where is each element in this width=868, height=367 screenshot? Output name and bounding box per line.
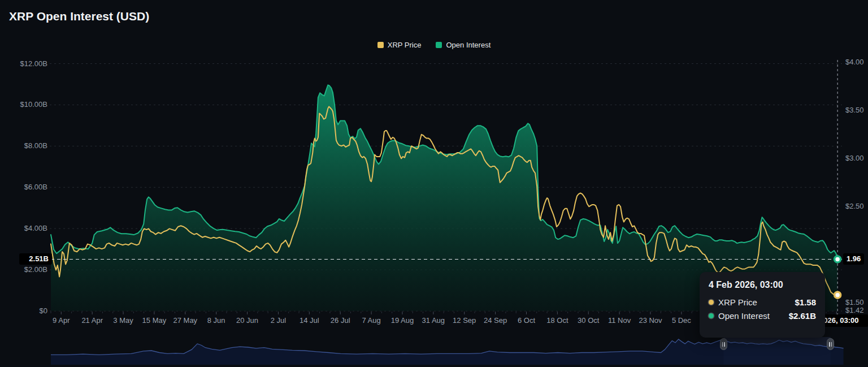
y-axis-left-tick: $12.00B <box>0 59 47 68</box>
x-axis-tick: 18 Oct <box>546 316 568 325</box>
x-axis-tick: 20 Jun <box>236 316 258 325</box>
xrp-price-dot-icon <box>709 300 714 305</box>
x-axis-tick: 31 Aug <box>422 316 445 325</box>
tooltip-label: XRP Price <box>718 297 757 307</box>
legend-item-open-interest[interactable]: Open Interest <box>436 41 491 49</box>
open-interest-dot-icon <box>709 313 714 318</box>
x-axis-tick: 11 Nov <box>608 316 631 325</box>
latest-oi-badge: 2.51B <box>19 253 52 265</box>
tooltip-label: Open Interest <box>718 311 770 321</box>
legend-label: Open Interest <box>446 41 491 49</box>
x-axis-tick: 30 Oct <box>578 316 599 325</box>
tooltip-value: $1.58 <box>795 297 816 307</box>
x-axis-tick: 27 May <box>173 316 197 325</box>
y-axis-right-tick: $2.50 <box>845 202 864 210</box>
y-axis-left-tick: $0 <box>0 306 47 315</box>
x-axis-tick: 14 Jul <box>300 316 319 325</box>
tooltip-date: 4 Feb 2026, 03:00 <box>709 280 816 290</box>
y-axis-left-tick: $2.00B <box>0 265 47 274</box>
tooltip-row-xrp-price: XRP Price $1.58 <box>709 297 816 307</box>
tooltip-value: $2.61B <box>789 311 816 321</box>
x-axis-tick: 24 Sep <box>484 316 507 325</box>
x-axis-tick: 5 Dec <box>672 316 691 325</box>
navigator-right-handle[interactable] <box>827 338 834 350</box>
y-axis-right-tick: $3.00 <box>845 154 864 162</box>
x-axis-tick: 7 Aug <box>362 316 380 325</box>
legend-label: XRP Price <box>388 41 422 49</box>
tooltip-row-open-interest: Open Interest $2.61B <box>709 311 816 321</box>
x-axis-tick: 2 Jul <box>271 316 286 325</box>
x-axis-tick: 15 May <box>142 316 167 325</box>
page-title: XRP Open Interest (USD) <box>9 10 149 23</box>
x-axis-tick: 26 Jul <box>331 316 350 325</box>
y-axis-left-tick: $8.00B <box>0 141 47 150</box>
x-axis-tick: 8 Jun <box>207 316 225 325</box>
y-axis-left-tick: $10.00B <box>0 100 47 109</box>
x-axis-tick: 3 May <box>113 316 133 325</box>
y-axis-right-tick: $4.00 <box>845 58 864 66</box>
legend-item-xrp-price[interactable]: XRP Price <box>377 41 422 49</box>
x-axis-tick: 12 Sep <box>453 316 476 325</box>
chart-legend: XRP Price Open Interest <box>0 41 868 49</box>
xrp-price-swatch-icon <box>377 42 384 48</box>
hover-tooltip: 4 Feb 2026, 03:00 XRP Price $1.58 Open I… <box>700 272 825 338</box>
x-axis-tick: 6 Oct <box>518 316 535 325</box>
y-axis-left-tick: $4.00B <box>0 224 47 232</box>
x-axis-tick: 19 Aug <box>391 316 414 325</box>
x-axis-tick: 9 Apr <box>53 316 70 325</box>
y-axis-right-tick: $3.50 <box>845 106 864 114</box>
x-axis-tick: 23 Nov <box>639 316 662 325</box>
latest-price-scale-badge: 1.96 <box>843 253 864 265</box>
xrp-open-interest-chart-page: XRP Open Interest (USD) XRP Price Open I… <box>0 0 868 367</box>
navigator-left-handle[interactable] <box>720 338 727 350</box>
open-interest-swatch-icon <box>436 42 442 48</box>
y-axis-left-tick: $6.00B <box>0 183 47 191</box>
y-axis-right-tick: $1.42 <box>845 306 864 314</box>
x-axis-tick: 21 Apr <box>81 316 103 325</box>
